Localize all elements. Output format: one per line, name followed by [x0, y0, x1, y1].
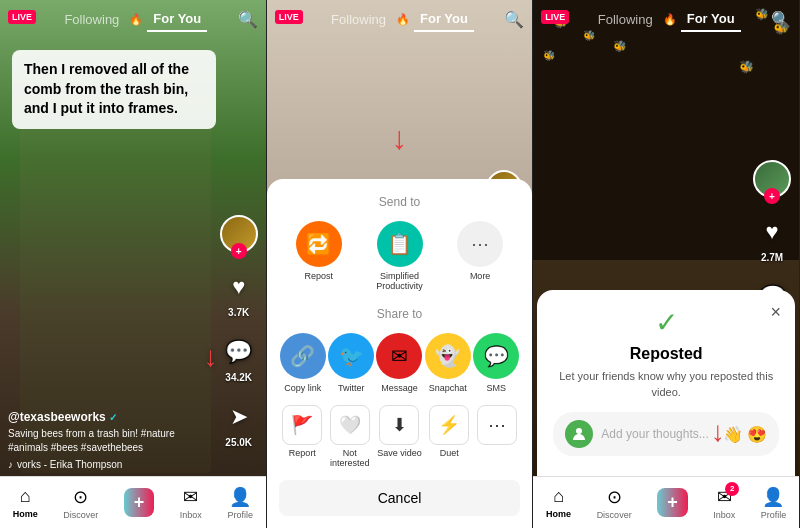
nav-inbox-1[interactable]: ✉ Inbox	[180, 486, 202, 520]
caption-box-1: Then I removed all of the comb from the …	[12, 50, 216, 129]
more-circle: ⋯	[457, 221, 503, 267]
sms-circle: 💬	[473, 333, 519, 379]
more-item[interactable]: ⋯ More	[457, 221, 503, 291]
close-button[interactable]: ×	[771, 302, 782, 323]
topbar-1: LIVE Following 🔥 For You 🔍	[0, 0, 266, 38]
flame-icon-3: 🔥	[663, 13, 677, 26]
nav-home-3[interactable]: ⌂ Home	[546, 486, 571, 519]
report-sq: 🚩	[282, 405, 322, 445]
share-icon-1: ➤	[221, 399, 257, 435]
copy-link-circle: 🔗	[280, 333, 326, 379]
search-icon-2[interactable]: 🔍	[504, 10, 524, 29]
comment-button-1[interactable]: 💬 34.2K	[221, 334, 257, 383]
add-button-1[interactable]: +	[124, 488, 155, 517]
panel-3: 🐝 🐝 🐝 🐝 🐝 🐝 🐝 LIVE Following 🔥 For You 🔍…	[533, 0, 800, 528]
twitter-label: Twitter	[338, 383, 365, 393]
snapchat-item[interactable]: 👻 Snapchat	[425, 333, 471, 393]
inbox-label-1: Inbox	[180, 510, 202, 520]
avatar-container-3[interactable]: +	[753, 160, 791, 198]
tab-following-2[interactable]: Following	[325, 8, 392, 31]
twitter-circle: 🐦	[328, 333, 374, 379]
share-to-row: 🔗 Copy link 🐦 Twitter ✉ Message 👻 Snapch…	[279, 333, 521, 393]
repost-label: Repost	[305, 271, 334, 281]
tab-foryou-2[interactable]: For You	[414, 7, 474, 32]
cancel-button[interactable]: Cancel	[279, 480, 521, 516]
nav-add-1[interactable]: +	[124, 488, 155, 517]
comment-icon-1: 💬	[221, 334, 257, 370]
tab-following-1[interactable]: Following	[58, 8, 125, 31]
nav-add-3[interactable]: +	[657, 488, 688, 517]
live-badge-3: LIVE	[541, 10, 569, 24]
search-icon-3[interactable]: 🔍	[771, 10, 791, 29]
emoji-heart-eyes[interactable]: 😍	[747, 425, 767, 444]
topbar-3: LIVE Following 🔥 For You 🔍	[533, 0, 799, 38]
nav-profile-3[interactable]: 👤 Profile	[761, 486, 787, 520]
username-1: @texasbeeworks ✓	[8, 410, 216, 424]
profile-icon-1: 👤	[229, 486, 251, 508]
repost-item[interactable]: 🔁 Repost	[296, 221, 342, 291]
nav-inbox-3[interactable]: ✉ 2 Inbox	[713, 486, 735, 520]
bee-5: 🐝	[543, 50, 555, 61]
caption-text-1: Then I removed all of the comb from the …	[24, 61, 189, 116]
nav-discover-1[interactable]: ⊙ Discover	[63, 486, 98, 520]
avatar-container-1[interactable]: +	[220, 215, 258, 253]
emoji-buttons[interactable]: 👋 😍	[723, 425, 767, 444]
tab-foryou-1[interactable]: For You	[147, 7, 207, 32]
repost-circle: 🔁	[296, 221, 342, 267]
heart-count-1: 3.7K	[228, 307, 249, 318]
simplified-item[interactable]: 📋 SimplifiedProductivity	[376, 221, 423, 291]
not-interested-sq: 🤍	[330, 405, 370, 445]
bottom-nav-3: ⌂ Home ⊙ Discover + ✉ 2 Inbox 👤 Profile	[533, 476, 799, 528]
repost-title: Reposted	[553, 345, 779, 363]
duet-item[interactable]: ⚡ Duet	[429, 405, 469, 468]
heart-icon-3: ♥	[754, 214, 790, 250]
flame-icon-1: 🔥	[129, 13, 143, 26]
home-label-1: Home	[13, 509, 38, 519]
discover-icon-3: ⊙	[607, 486, 622, 508]
share-button-1[interactable]: ➤ 25.0K	[221, 399, 257, 448]
message-item[interactable]: ✉ Message	[376, 333, 422, 393]
profile-icon-3: 👤	[762, 486, 784, 508]
live-badge-1: LIVE	[8, 10, 36, 24]
inbox-icon-1: ✉	[183, 486, 198, 508]
save-video-item[interactable]: ⬇ Save video	[377, 405, 422, 468]
red-arrow-3: ↓	[711, 416, 725, 448]
tab-group-2: Following 🔥 For You	[325, 7, 474, 32]
panel-1: LIVE Following 🔥 For You 🔍 Then I remove…	[0, 0, 267, 528]
search-icon-1[interactable]: 🔍	[238, 10, 258, 29]
follow-plus-1: +	[231, 243, 247, 259]
verified-badge-1: ✓	[109, 412, 117, 423]
snapchat-circle: 👻	[425, 333, 471, 379]
simplified-label: SimplifiedProductivity	[376, 271, 423, 291]
more-actions-item[interactable]: ⋯	[477, 405, 517, 468]
heart-icon-1: ♥	[221, 269, 257, 305]
add-button-3[interactable]: +	[657, 488, 688, 517]
heart-button-3[interactable]: ♥ 2.7M	[754, 214, 790, 263]
nav-home-1[interactable]: ⌂ Home	[13, 486, 38, 519]
report-item[interactable]: 🚩 Report	[282, 405, 322, 468]
snapchat-label: Snapchat	[429, 383, 467, 393]
home-icon-3: ⌂	[553, 486, 564, 507]
follow-plus-3: +	[764, 188, 780, 204]
thoughts-input-area[interactable]: Add your thoughts... 👋 😍	[553, 412, 779, 456]
emoji-wave[interactable]: 👋	[723, 425, 743, 444]
twitter-item[interactable]: 🐦 Twitter	[328, 333, 374, 393]
sms-item[interactable]: 💬 SMS	[473, 333, 519, 393]
action-row: 🚩 Report 🤍 Notinterested ⬇ Save video ⚡ …	[279, 405, 521, 468]
not-interested-item[interactable]: 🤍 Notinterested	[330, 405, 370, 468]
sms-label: SMS	[486, 383, 506, 393]
heart-button-1[interactable]: ♥ 3.7K	[221, 269, 257, 318]
action-buttons-1: + ♥ 3.7K 💬 34.2K ➤ 25.0K	[220, 215, 258, 448]
not-interested-label: Notinterested	[330, 448, 370, 468]
copy-link-item[interactable]: 🔗 Copy link	[280, 333, 326, 393]
inbox-badge-3: 2	[725, 482, 739, 496]
discover-label-3: Discover	[597, 510, 632, 520]
save-video-label: Save video	[377, 448, 422, 458]
nav-discover-3[interactable]: ⊙ Discover	[597, 486, 632, 520]
music-row-1: ♪ vorks - Erika Thompson	[8, 459, 216, 470]
tab-foryou-3[interactable]: For You	[681, 7, 741, 32]
nav-profile-1[interactable]: 👤 Profile	[227, 486, 253, 520]
panel-2: LIVE Following 🔥 For You 🔍 ↓ + Send to 🔁…	[267, 0, 534, 528]
tab-following-3[interactable]: Following	[592, 8, 659, 31]
description-1: Saving bees from a trash bin! #nature #a…	[8, 427, 216, 455]
